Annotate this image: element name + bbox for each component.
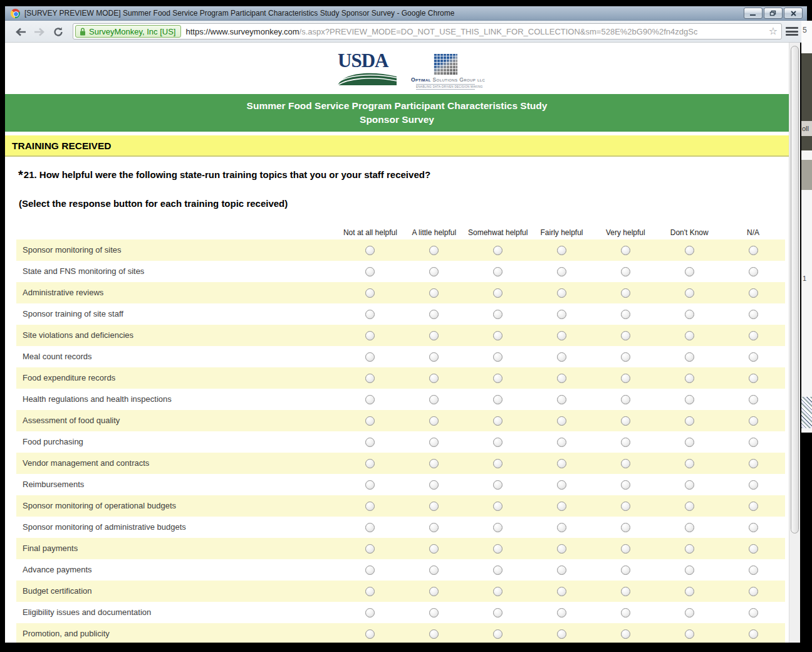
- radio-button[interactable]: [685, 565, 694, 575]
- radio-button[interactable]: [621, 288, 630, 298]
- radio-button[interactable]: [429, 459, 439, 468]
- radio-button[interactable]: [557, 267, 566, 276]
- radio-button[interactable]: [557, 246, 566, 255]
- radio-button[interactable]: [685, 352, 694, 362]
- forward-button[interactable]: [33, 25, 46, 39]
- radio-button[interactable]: [429, 523, 439, 532]
- radio-button[interactable]: [685, 374, 694, 383]
- radio-button[interactable]: [365, 459, 375, 468]
- radio-button[interactable]: [685, 544, 694, 554]
- radio-button[interactable]: [365, 267, 375, 276]
- radio-button[interactable]: [557, 331, 566, 340]
- radio-button[interactable]: [685, 267, 694, 276]
- radio-button[interactable]: [621, 352, 630, 362]
- radio-button[interactable]: [493, 608, 502, 618]
- radio-button[interactable]: [685, 310, 694, 319]
- radio-button[interactable]: [685, 331, 694, 340]
- radio-button[interactable]: [429, 352, 439, 362]
- radio-button[interactable]: [365, 565, 375, 575]
- radio-button[interactable]: [685, 459, 694, 468]
- radio-button[interactable]: [557, 608, 566, 618]
- radio-button[interactable]: [429, 438, 439, 447]
- radio-button[interactable]: [621, 416, 630, 426]
- radio-button[interactable]: [365, 331, 375, 340]
- radio-button[interactable]: [621, 438, 630, 447]
- radio-button[interactable]: [429, 608, 439, 618]
- radio-button[interactable]: [493, 502, 502, 511]
- radio-button[interactable]: [493, 629, 502, 639]
- radio-button[interactable]: [749, 587, 758, 596]
- radio-button[interactable]: [621, 523, 630, 532]
- radio-button[interactable]: [365, 502, 375, 511]
- radio-button[interactable]: [365, 629, 375, 639]
- radio-button[interactable]: [749, 608, 758, 618]
- radio-button[interactable]: [749, 352, 758, 362]
- radio-button[interactable]: [557, 587, 566, 596]
- close-button[interactable]: [784, 8, 803, 19]
- radio-button[interactable]: [429, 587, 439, 596]
- radio-button[interactable]: [493, 246, 502, 255]
- radio-button[interactable]: [493, 416, 502, 426]
- radio-button[interactable]: [429, 544, 439, 554]
- radio-button[interactable]: [685, 480, 694, 490]
- vertical-scrollbar[interactable]: [789, 43, 800, 643]
- radio-button[interactable]: [365, 352, 375, 362]
- radio-button[interactable]: [365, 416, 375, 426]
- radio-button[interactable]: [621, 310, 630, 319]
- radio-button[interactable]: [557, 480, 566, 490]
- radio-button[interactable]: [557, 438, 566, 447]
- radio-button[interactable]: [685, 587, 694, 596]
- radio-button[interactable]: [557, 459, 566, 468]
- radio-button[interactable]: [621, 608, 630, 618]
- radio-button[interactable]: [685, 246, 694, 255]
- radio-button[interactable]: [685, 523, 694, 532]
- radio-button[interactable]: [493, 374, 502, 383]
- radio-button[interactable]: [429, 502, 439, 511]
- radio-button[interactable]: [493, 352, 502, 362]
- radio-button[interactable]: [365, 544, 375, 554]
- radio-button[interactable]: [429, 267, 439, 276]
- radio-button[interactable]: [749, 395, 758, 404]
- reload-button[interactable]: [51, 25, 65, 39]
- radio-button[interactable]: [621, 395, 630, 404]
- radio-button[interactable]: [749, 416, 758, 426]
- radio-button[interactable]: [365, 246, 375, 255]
- radio-button[interactable]: [493, 587, 502, 596]
- radio-button[interactable]: [621, 587, 630, 596]
- radio-button[interactable]: [685, 608, 694, 618]
- radio-button[interactable]: [749, 310, 758, 319]
- radio-button[interactable]: [493, 310, 502, 319]
- radio-button[interactable]: [749, 480, 758, 490]
- radio-button[interactable]: [365, 438, 375, 447]
- radio-button[interactable]: [621, 331, 630, 340]
- radio-button[interactable]: [685, 288, 694, 298]
- radio-button[interactable]: [749, 565, 758, 575]
- radio-button[interactable]: [621, 629, 630, 639]
- scrollbar-thumb[interactable]: [791, 46, 799, 534]
- radio-button[interactable]: [621, 246, 630, 255]
- radio-button[interactable]: [493, 395, 502, 404]
- radio-button[interactable]: [557, 352, 566, 362]
- radio-button[interactable]: [493, 544, 502, 554]
- radio-button[interactable]: [557, 523, 566, 532]
- radio-button[interactable]: [749, 288, 758, 298]
- radio-button[interactable]: [749, 374, 758, 383]
- radio-button[interactable]: [429, 310, 439, 319]
- radio-button[interactable]: [557, 288, 566, 298]
- radio-button[interactable]: [429, 565, 439, 575]
- radio-button[interactable]: [749, 246, 758, 255]
- radio-button[interactable]: [557, 544, 566, 554]
- radio-button[interactable]: [621, 502, 630, 511]
- minimize-button[interactable]: [744, 8, 763, 19]
- radio-button[interactable]: [365, 288, 375, 298]
- radio-button[interactable]: [621, 459, 630, 468]
- radio-button[interactable]: [621, 267, 630, 276]
- radio-button[interactable]: [685, 395, 694, 404]
- radio-button[interactable]: [429, 395, 439, 404]
- ssl-identity-badge[interactable]: SurveyMonkey, Inc [US]: [75, 25, 181, 38]
- radio-button[interactable]: [749, 331, 758, 340]
- radio-button[interactable]: [749, 629, 758, 639]
- radio-button[interactable]: [365, 523, 375, 532]
- address-bar[interactable]: SurveyMonkey, Inc [US] https://www.surve…: [73, 23, 782, 39]
- chrome-menu-button[interactable]: [786, 26, 798, 36]
